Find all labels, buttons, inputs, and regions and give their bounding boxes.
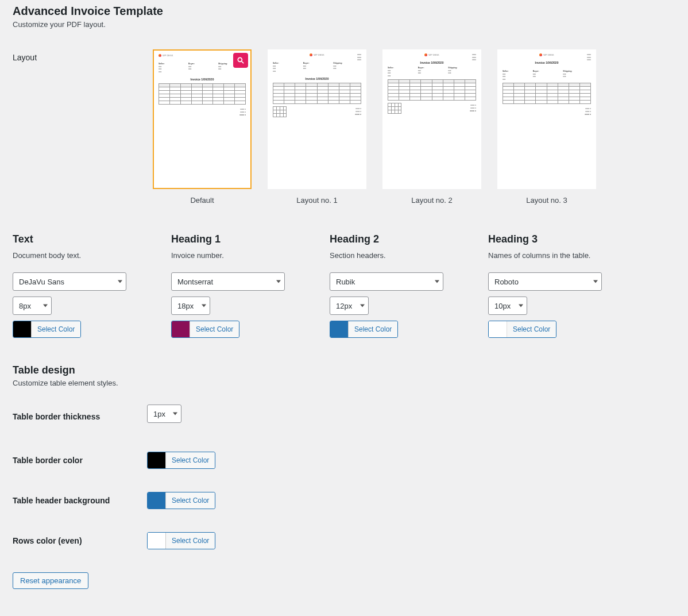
typo-title: Heading 2 [330,233,443,245]
color-picker-headerBg[interactable]: Select Color [147,492,215,509]
row-label: Table header background [13,496,147,505]
chevron-down-icon [593,280,598,283]
table-row-thickness: Table border thickness1px [13,405,675,429]
typo-title: Heading 3 [488,233,602,245]
chevron-down-icon [202,305,206,307]
color-picker[interactable]: Select Color [13,321,81,338]
chevron-down-icon [360,305,365,307]
chevron-down-icon [519,305,523,307]
chevron-down-icon [118,280,122,283]
zoom-icon[interactable] [233,53,248,68]
page-title: Advanced Invoice Template [13,5,675,18]
color-swatch [148,452,166,468]
font-select[interactable]: Montserrat [171,272,285,291]
row-label: Rows color (even) [13,536,147,545]
select-color-button[interactable]: Select Color [32,321,80,337]
layout-option-3[interactable]: WP DESKxxxxxxxxxxxxInvoice 1/06/2020Sell… [497,49,596,205]
color-picker[interactable]: Select Color [171,321,239,338]
typo-desc: Names of columns in the table. [488,251,602,260]
typo-desc: Document body text. [13,251,126,260]
row-label: Table border thickness [13,412,147,421]
font-select[interactable]: Roboto [488,272,602,291]
chevron-down-icon [43,305,48,307]
layout-caption: Default [153,196,252,205]
page-subtitle: Customize your PDF layout. [13,20,675,29]
chevron-down-icon [173,413,177,415]
chevron-down-icon [276,280,281,283]
size-select[interactable]: 12px [330,297,369,315]
select-color-button[interactable]: Select Color [166,492,215,509]
font-select[interactable]: Rubik [330,272,443,291]
row-label: Table border color [13,456,147,465]
typo-title: Heading 1 [171,233,285,245]
table-design-title: Table design [13,364,675,376]
color-picker[interactable]: Select Color [488,321,556,338]
select-color-button[interactable]: Select Color [507,321,556,337]
typography-block-1: Heading 1 Invoice number. Montserrat 18p… [171,233,285,338]
reset-appearance-button[interactable]: Reset appearance [13,572,88,589]
typography-block-0: Text Document body text. DeJaVu Sans 8px… [13,233,126,338]
table-row-headerBg: Table header background Select Color [13,492,675,509]
color-swatch [172,321,190,337]
size-select[interactable]: 8px [13,297,52,315]
color-picker-rowsEven[interactable]: Select Color [147,532,215,549]
typo-desc: Invoice number. [171,251,285,260]
layout-label: Layout [13,49,153,205]
size-select[interactable]: 10px [488,297,527,315]
layout-thumbnail[interactable]: WP DESKxxxxxxxxxxxxSeller:xxxxxxxxxBuyer… [268,49,366,189]
svg-line-1 [242,61,244,64]
color-swatch [13,321,32,337]
typo-title: Text [13,233,126,245]
chevron-down-icon [435,280,439,283]
layout-option-2[interactable]: WP DESKxxxxxxxxxxxxInvoice 1/06/2020Sell… [382,49,481,205]
layout-caption: Layout no. 1 [268,196,366,205]
select-color-button[interactable]: Select Color [166,452,215,468]
size-select[interactable]: 18px [171,297,210,315]
table-row-rowsEven: Rows color (even) Select Color [13,532,675,549]
typography-block-3: Heading 3 Names of columns in the table.… [488,233,602,338]
color-swatch [148,492,166,509]
thickness-select[interactable]: 1px [147,405,181,423]
layout-thumbnail[interactable]: WP DESKxxxxxxxxxxxxInvoice 1/06/2020Sell… [382,49,481,189]
select-color-button[interactable]: Select Color [190,321,239,337]
color-swatch [330,321,349,337]
layout-option-0[interactable]: WP DESKxxxxxxxxxxxxSeller:xxxxxxxxxBuyer… [153,49,252,205]
color-picker[interactable]: Select Color [330,321,398,338]
font-select[interactable]: DeJaVu Sans [13,272,126,291]
typography-block-2: Heading 2 Section headers. Rubik 12px Se… [330,233,443,338]
layout-thumbnail[interactable]: WP DESKxxxxxxxxxxxxSeller:xxxxxxxxxBuyer… [153,49,252,189]
typo-desc: Section headers. [330,251,443,260]
layout-caption: Layout no. 2 [382,196,481,205]
layout-caption: Layout no. 3 [497,196,596,205]
layout-option-1[interactable]: WP DESKxxxxxxxxxxxxSeller:xxxxxxxxxBuyer… [268,49,366,205]
color-swatch [148,533,166,549]
svg-point-0 [238,57,242,61]
color-picker-borderColor[interactable]: Select Color [147,452,215,469]
table-design-subtitle: Customize table element styles. [13,379,675,387]
table-row-borderColor: Table border color Select Color [13,452,675,469]
color-swatch [489,321,507,337]
layout-thumbnail[interactable]: WP DESKxxxxxxxxxxxxInvoice 1/06/2020Sell… [497,49,596,189]
select-color-button[interactable]: Select Color [349,321,397,337]
select-color-button[interactable]: Select Color [166,533,215,549]
